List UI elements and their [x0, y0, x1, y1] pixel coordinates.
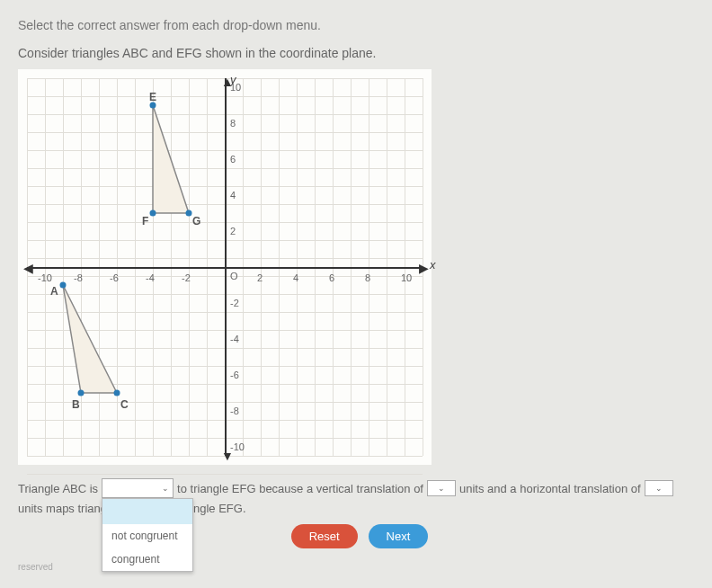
x-axis-label: x	[430, 258, 436, 272]
tick-y: 2	[230, 226, 236, 236]
chevron-down-icon: ⌄	[655, 484, 663, 493]
sentence-part5: ngle EFG.	[193, 502, 246, 515]
triangles-svg	[27, 78, 423, 456]
point-a	[60, 282, 67, 289]
point-f	[150, 210, 156, 217]
dropdown-option-blank[interactable]	[102, 499, 192, 524]
tick-y: -6	[230, 370, 239, 380]
triangle-abc	[63, 285, 117, 393]
chevron-down-icon: ⌄	[162, 484, 169, 493]
tick-x: -2	[182, 272, 191, 283]
tick-y: 6	[230, 154, 236, 165]
page-subinstruction: Consider triangles ABC and EFG shown in …	[18, 46, 692, 60]
tick-y: -4	[230, 334, 239, 344]
answer-sentence: Triangle ABC is ⌄ not congruent congruen…	[18, 478, 692, 498]
label-a: A	[50, 285, 58, 298]
tick-x: 4	[293, 272, 298, 283]
tick-x: 6	[329, 272, 334, 283]
label-f: F	[142, 215, 148, 227]
tick-x: 10	[401, 272, 412, 283]
tick-x: -8	[74, 272, 83, 283]
page-instruction: Select the correct answer from each drop…	[18, 18, 692, 32]
label-b: B	[72, 398, 80, 411]
tick-y: -10	[230, 441, 245, 452]
tick-x: 8	[365, 272, 370, 283]
tick-y: -2	[230, 298, 239, 308]
vertical-units-dropdown[interactable]: ⌄	[427, 480, 456, 496]
gridline-h	[27, 474, 423, 475]
point-g	[186, 210, 192, 217]
tick-x: 2	[257, 272, 263, 283]
sentence-part2: to triangle EFG because a vertical trans…	[177, 482, 423, 495]
label-g: G	[192, 215, 200, 227]
tick-x: -10	[38, 272, 52, 283]
sentence-part4: units maps triang	[18, 502, 107, 515]
congruence-dropdown-wrap: ⌄ not congruent congruent	[102, 478, 174, 498]
point-b	[78, 390, 85, 396]
dropdown-option-notcongruent[interactable]: not congruent	[102, 524, 192, 548]
next-button[interactable]: Next	[369, 524, 429, 548]
sentence-part1: Triangle ABC is	[18, 482, 98, 495]
reset-button[interactable]: Reset	[291, 524, 358, 548]
chevron-down-icon: ⌄	[438, 484, 445, 493]
grid: y x O ▲ ▼ ◀ ▶ E F G A B C -10-8-6-4-2246…	[27, 78, 423, 456]
label-e: E	[149, 91, 156, 103]
label-c: C	[120, 398, 129, 411]
congruence-dropdown[interactable]: ⌄	[102, 478, 174, 498]
tick-y: -8	[230, 405, 239, 416]
button-row: Reset Next	[153, 524, 566, 548]
sentence-part3: units and a horizontal translation of	[459, 482, 641, 495]
tick-x: -6	[110, 272, 119, 283]
congruence-dropdown-menu: not congruent congruent	[102, 498, 193, 572]
point-c	[114, 390, 120, 396]
coordinate-plane: y x O ▲ ▼ ◀ ▶ E F G A B C -10-8-6-4-2246…	[18, 69, 432, 465]
tick-y: 8	[230, 118, 236, 129]
triangle-efg	[153, 105, 189, 213]
horizontal-units-dropdown[interactable]: ⌄	[645, 480, 673, 496]
tick-y: 4	[230, 190, 236, 200]
tick-x: -4	[146, 272, 155, 283]
tick-y: 10	[230, 82, 241, 93]
dropdown-option-congruent[interactable]: congruent	[102, 548, 192, 571]
